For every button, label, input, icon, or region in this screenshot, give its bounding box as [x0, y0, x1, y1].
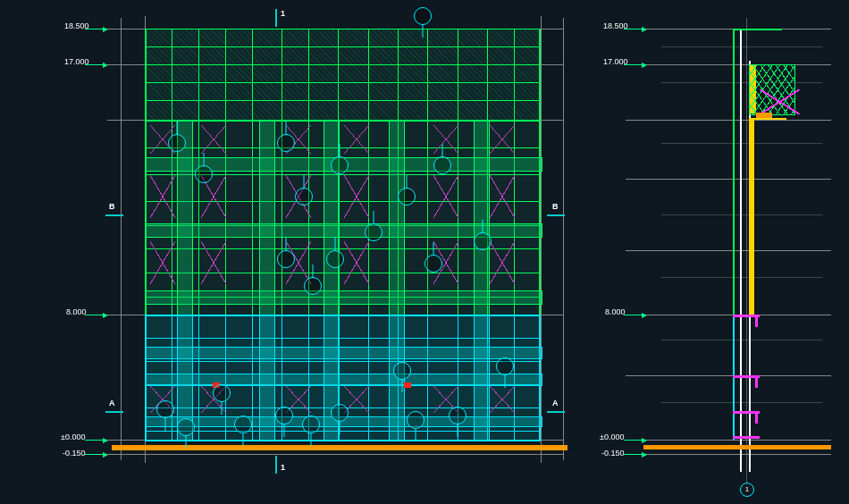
section-mark-b-right: B: [552, 202, 559, 211]
ground-line-section: [643, 445, 831, 449]
main-elevation-view: 1 1 A A B B 18.500 17.000 8.000 ±0.000 -…: [0, 0, 590, 504]
cad-drawing-canvas[interactable]: { "drawing": { "title": "Building Elevat…: [0, 0, 849, 504]
section-mark-a-left: A: [109, 399, 115, 407]
section-view: 1 18.500 17.000 8.000 ±0.000 -0.150: [590, 0, 849, 504]
section-mark-1-top: 1: [281, 9, 285, 18]
section-mark-1-bottom: 1: [281, 463, 285, 472]
elev-label: 18.500: [64, 21, 89, 30]
section-mark-a-right: A: [552, 399, 559, 407]
ground-line: [112, 445, 567, 450]
wall-section-outline: [740, 29, 742, 454]
upper-green-grid: [145, 29, 541, 120]
grid-bubble: 1: [740, 483, 754, 497]
section-mark-b-left: B: [109, 202, 115, 211]
detail-callout-icon: [168, 134, 186, 152]
